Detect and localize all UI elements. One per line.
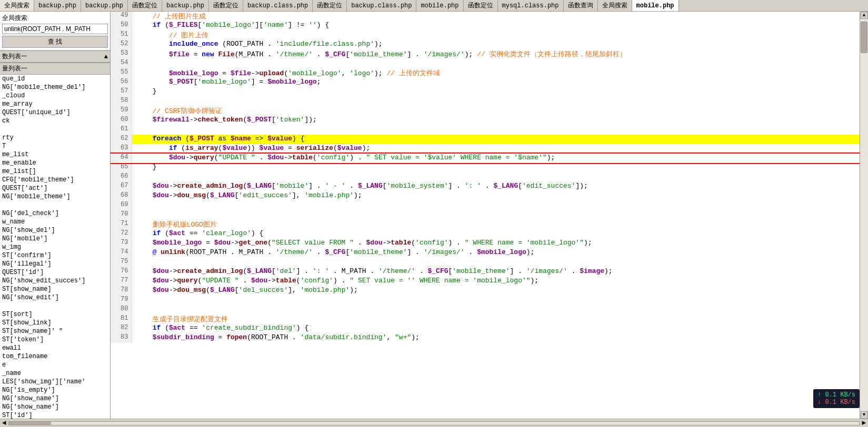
list-item-29[interactable]: ST[show_link] — [0, 319, 110, 327]
list-item-34[interactable]: e — [0, 361, 110, 369]
list-item-23[interactable]: QUEST['id'] — [0, 268, 110, 277]
line-code[interactable]: $mobile_logo = $file->upload('mobile_log… — [132, 68, 860, 78]
list-item-30[interactable]: ST[show_name]' " — [0, 327, 110, 336]
tab-13[interactable]: 全局搜索 — [598, 0, 632, 11]
line-code[interactable]: $mobile_logo = $dou->get_one("SELECT val… — [132, 239, 860, 248]
line-code[interactable]: } — [132, 163, 860, 172]
list-item-40[interactable]: ST['id'] — [0, 411, 110, 419]
line-code[interactable]: include_once (ROOT_PATH . 'include/file.… — [132, 40, 860, 49]
line-code[interactable]: $dou->dou_msg($_LANG['del_succes'], 'mob… — [132, 286, 860, 296]
line-code[interactable] — [132, 97, 860, 106]
line-code[interactable]: $_POST['mobile_logo'] = $mobile_logo; — [132, 78, 860, 87]
hscroll-area[interactable]: ◄ ► — [0, 419, 868, 427]
list-item-2[interactable]: _cloud — [0, 92, 110, 100]
line-code[interactable]: // CSRF防御令牌验证 — [132, 106, 860, 116]
tab-3[interactable]: 函数定位 — [128, 0, 162, 11]
list-item-12[interactable]: CFG['mobile_theme'] — [0, 176, 110, 184]
line-code[interactable]: $firewall->check_token($_POST['token']); — [132, 116, 860, 125]
line-code[interactable]: // 上传图片生成 — [132, 12, 860, 21]
list-item-19[interactable]: NG['mobile'] — [0, 235, 110, 243]
list-item-1[interactable]: NG['mobile_theme_del'] — [0, 83, 110, 92]
line-code[interactable]: $dou->create_admin_log($_LANG['del'] . '… — [132, 267, 860, 277]
list-item-14[interactable]: NG['mobile_theme'] — [0, 192, 110, 201]
scroll-down-btn[interactable]: ▼ — [861, 411, 868, 419]
line-code[interactable]: $dou->dou_msg($_LANG['edit_succes'], 'mo… — [132, 191, 860, 201]
list-item-11[interactable]: me_list[] — [0, 167, 110, 176]
list-item-7[interactable]: rty — [0, 134, 110, 142]
tab-2[interactable]: backup.php — [81, 0, 128, 11]
list-item-38[interactable]: NG['show_name'] — [0, 394, 110, 403]
list-item-0[interactable]: que_id — [0, 75, 110, 83]
line-code[interactable]: if ($_FILES['mobile_logo']['name'] != ''… — [132, 21, 860, 30]
line-code[interactable]: 删除手机版LOGO图片 — [132, 220, 860, 229]
line-code[interactable]: if (is_array($value)) $value = serialize… — [132, 144, 860, 154]
tab-14[interactable]: mobile.php — [632, 0, 679, 11]
list-item-15[interactable] — [0, 201, 110, 209]
line-code[interactable]: // 图片上传 — [132, 30, 860, 40]
scroll-track[interactable] — [860, 19, 868, 411]
line-code[interactable]: if ($act == 'clear_logo') { — [132, 229, 860, 239]
tab-9[interactable]: mobile.php — [416, 0, 463, 11]
list-item-17[interactable]: w_name — [0, 218, 110, 226]
tab-7[interactable]: 函数定位 — [313, 0, 347, 11]
list-item-31[interactable]: ST['token'] — [0, 336, 110, 344]
list-item-32[interactable]: ewall — [0, 344, 110, 352]
list-item-3[interactable]: me_array — [0, 100, 110, 108]
line-code[interactable] — [132, 125, 860, 135]
tab-5[interactable]: 函数定位 — [209, 0, 243, 11]
list-item-6[interactable] — [0, 125, 110, 134]
line-code[interactable]: foreach ($_POST as $name => $value) { — [132, 135, 860, 144]
find-button[interactable]: 查 找 — [2, 36, 108, 48]
list-item-39[interactable]: NG['show_name'] — [0, 403, 110, 411]
line-code[interactable] — [132, 172, 860, 182]
list-item-21[interactable]: ST['confirm'] — [0, 251, 110, 260]
list-item-13[interactable]: QUEST['act'] — [0, 184, 110, 192]
line-code[interactable]: } — [132, 87, 860, 97]
list-item-4[interactable]: QUEST['unique_id'] — [0, 108, 110, 117]
tab-4[interactable]: backup.php — [162, 0, 209, 11]
list-item-18[interactable]: NG['show_del'] — [0, 226, 110, 235]
line-code[interactable] — [132, 305, 860, 314]
tab-8[interactable]: backup.class.php — [347, 0, 416, 11]
list-item-24[interactable]: NG['show_edit_succes'] — [0, 277, 110, 285]
tab-1[interactable]: backup.php — [34, 0, 81, 11]
line-code[interactable]: @ unlink(ROOT_PATH . M_PATH . '/theme/' … — [132, 248, 860, 258]
line-code[interactable]: $file = new File(M_PATH . '/theme/' . $_… — [132, 49, 860, 59]
list-item-37[interactable]: NG['is_empty'] — [0, 386, 110, 394]
list-item-9[interactable]: me_list — [0, 150, 110, 159]
line-code[interactable]: $dou->query("UPDATE " . $dou->table('con… — [132, 277, 860, 286]
line-code[interactable]: $dou->query("UPDATE " . $dou->table('con… — [132, 154, 860, 163]
tab-6[interactable]: backup.class.php — [243, 0, 313, 11]
list-item-26[interactable]: NG['show_edit'] — [0, 293, 110, 302]
tab-10[interactable]: 函数定位 — [464, 0, 498, 11]
list-item-33[interactable]: tom_filename — [0, 352, 110, 361]
list-scroll[interactable]: que_idNG['mobile_theme_del']_cloudme_arr… — [0, 75, 110, 419]
list-item-5[interactable]: ck — [0, 117, 110, 125]
list-item-20[interactable]: w_img — [0, 243, 110, 251]
scroll-up-btn[interactable]: ▲ — [861, 12, 868, 19]
vertical-scrollbar[interactable]: ▲ ▼ — [860, 12, 868, 419]
tab-12[interactable]: 函数查询 — [564, 0, 598, 11]
list-item-25[interactable]: ST[show_name] — [0, 285, 110, 293]
line-code[interactable]: if ($act == 'create_subdir_binding') { — [132, 324, 860, 333]
line-code[interactable]: 生成子目录绑定配置文件 — [132, 314, 860, 324]
line-code[interactable] — [132, 201, 860, 210]
line-code[interactable]: $subdir_binding = fopen(ROOT_PATH . 'dat… — [132, 333, 860, 343]
list-item-8[interactable]: T — [0, 142, 110, 150]
tab-0[interactable]: 全局搜索 — [0, 0, 34, 11]
line-code[interactable]: $dou->create_admin_log($_LANG['mobile'] … — [132, 182, 860, 191]
list-item-28[interactable]: ST[sort] — [0, 310, 110, 319]
tab-11[interactable]: mysql.class.php — [498, 0, 564, 11]
line-code[interactable] — [132, 210, 860, 220]
list-item-22[interactable]: NG['illegal'] — [0, 260, 110, 268]
list-item-10[interactable]: me_enable — [0, 159, 110, 167]
hscroll-right[interactable]: ► — [862, 419, 866, 427]
list-item-16[interactable]: NG['del_check'] — [0, 209, 110, 218]
list-item-36[interactable]: LES['show_img']['name' — [0, 378, 110, 386]
scroll-thumb[interactable] — [861, 22, 867, 53]
search-input[interactable] — [2, 24, 108, 34]
code-scroll-area[interactable]: 49 // 上传图片生成50 if ($_FILES['mobile_logo'… — [111, 12, 860, 419]
line-code[interactable] — [132, 258, 860, 267]
list-item-35[interactable]: _name — [0, 369, 110, 378]
line-code[interactable] — [132, 59, 860, 68]
